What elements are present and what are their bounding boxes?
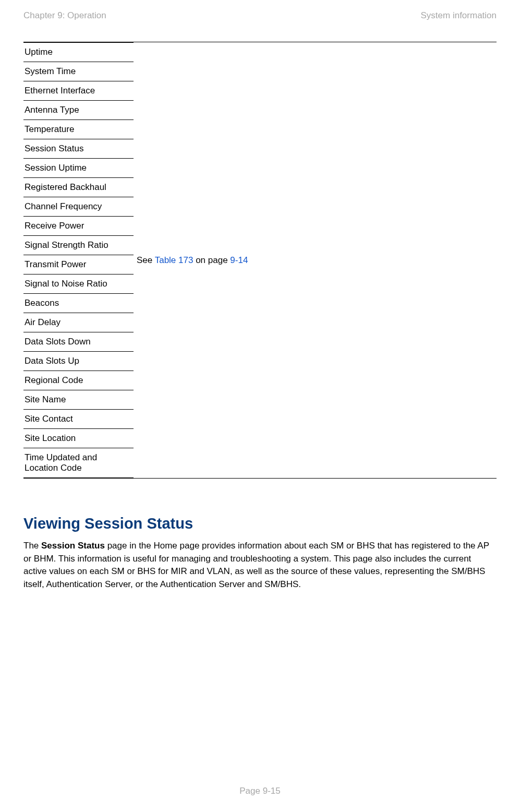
link-table-173[interactable]: Table 173 (155, 255, 194, 265)
section-paragraph: The Session Status page in the Home page… (23, 540, 497, 591)
attr-ethernet-interface: Ethernet Interface (23, 81, 134, 100)
attr-signal-to-noise-ratio: Signal to Noise Ratio (23, 274, 134, 293)
attr-session-uptime: Session Uptime (23, 158, 134, 177)
desc-prefix: See (137, 255, 155, 265)
attr-time-updated-location-code: Time Updated and Location Code (23, 448, 134, 478)
attr-channel-frequency: Channel Frequency (23, 197, 134, 216)
attr-regional-code: Regional Code (23, 371, 134, 390)
attr-site-contact: Site Contact (23, 409, 134, 428)
attributes-table: Uptime System Time Ethernet Interface An… (23, 42, 497, 478)
attr-data-slots-up: Data Slots Up (23, 351, 134, 371)
attr-site-name: Site Name (23, 390, 134, 409)
para-bold: Session Status (41, 541, 105, 551)
attr-registered-backhaul: Registered Backhaul (23, 177, 134, 197)
attr-signal-strength-ratio: Signal Strength Ratio (23, 235, 134, 255)
header-section: System information (421, 10, 497, 21)
attr-receive-power: Receive Power (23, 216, 134, 235)
header-chapter: Chapter 9: Operation (23, 10, 106, 21)
attr-session-status: Session Status (23, 139, 134, 158)
attr-site-location: Site Location (23, 428, 134, 448)
attribute-column: Uptime System Time Ethernet Interface An… (23, 42, 134, 478)
attr-data-slots-down: Data Slots Down (23, 332, 134, 351)
attr-uptime: Uptime (23, 42, 134, 62)
attr-antenna-type: Antenna Type (23, 100, 134, 120)
attr-beacons: Beacons (23, 293, 134, 313)
attr-transmit-power: Transmit Power (23, 255, 134, 274)
table-bottom-rule (23, 478, 497, 479)
description-column: See Table 173 on page 9-14 (134, 255, 497, 266)
para-prefix: The (23, 541, 41, 551)
link-page-9-14[interactable]: 9-14 (230, 255, 248, 265)
page-footer: Page 9-15 (0, 786, 520, 796)
attr-temperature: Temperature (23, 120, 134, 139)
attr-system-time: System Time (23, 62, 134, 81)
section-heading: Viewing Session Status (23, 515, 497, 532)
attr-air-delay: Air Delay (23, 313, 134, 332)
desc-mid: on page (193, 255, 230, 265)
